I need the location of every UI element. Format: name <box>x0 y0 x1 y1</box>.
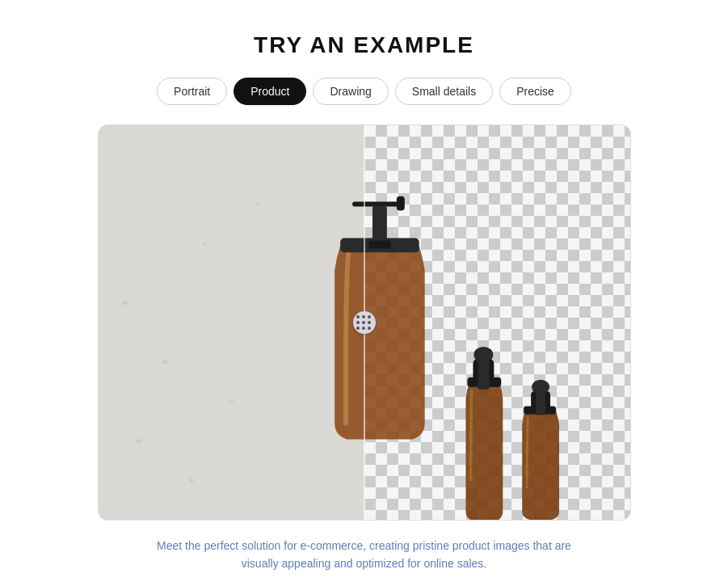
svg-rect-5 <box>368 240 390 248</box>
svg-rect-9 <box>478 359 489 390</box>
svg-rect-13 <box>536 391 545 415</box>
svg-rect-4 <box>372 206 386 242</box>
tabs-container: Portrait Product Drawing Small details P… <box>157 78 571 105</box>
comparison-image <box>98 124 631 521</box>
drag-handle-icon <box>356 315 372 331</box>
description-text: Meet the perfect solution for e-commerce… <box>138 537 591 573</box>
tab-drawing[interactable]: Drawing <box>313 78 388 105</box>
svg-rect-1 <box>396 196 404 211</box>
divider-handle[interactable] <box>353 311 376 334</box>
tab-product[interactable]: Product <box>234 78 306 105</box>
page-title: TRY AN EXAMPLE <box>254 32 474 58</box>
tab-precise[interactable]: Precise <box>499 78 571 105</box>
tab-portrait[interactable]: Portrait <box>157 78 227 105</box>
tab-small-details[interactable]: Small details <box>395 78 493 105</box>
